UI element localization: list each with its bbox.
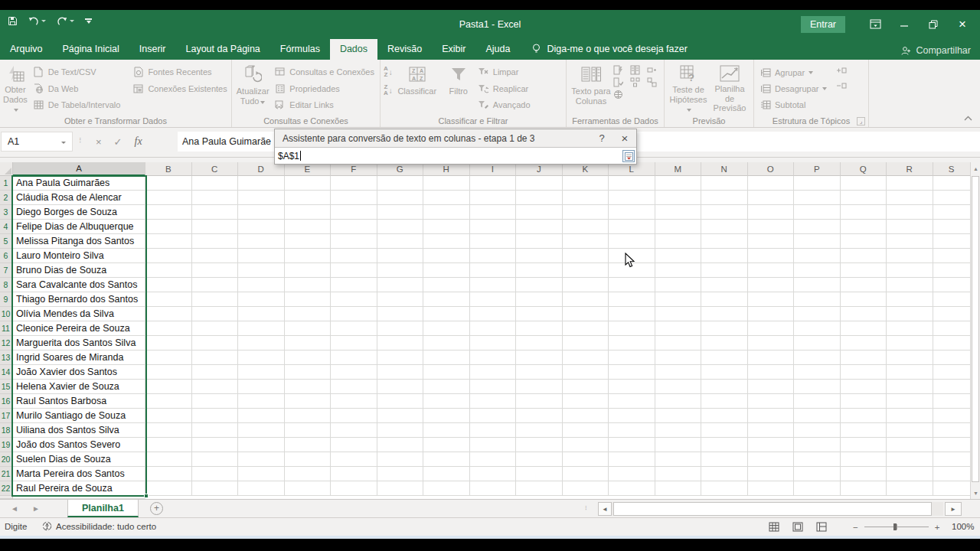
close-button[interactable]: × — [951, 15, 974, 34]
cell-R3[interactable] — [887, 205, 933, 220]
row-header-19[interactable]: 19 — [0, 438, 13, 452]
cell-R8[interactable] — [887, 278, 933, 292]
cell-B7[interactable] — [145, 263, 192, 278]
tell-me-box[interactable]: Diga-me o que você deseja fazer — [520, 39, 694, 60]
cell-S8[interactable] — [933, 278, 971, 292]
select-all-corner[interactable] — [0, 162, 13, 176]
cell-L13[interactable] — [609, 350, 655, 365]
cell-S15[interactable] — [933, 380, 971, 394]
cell-H16[interactable] — [423, 394, 470, 409]
tab-splitter-handle[interactable]: ⁝ — [585, 504, 588, 511]
cell-A19[interactable]: João dos Santos Severo — [13, 438, 145, 452]
cell-M21[interactable] — [655, 467, 702, 481]
cell-P1[interactable] — [794, 176, 841, 191]
row-header-12[interactable]: 12 — [0, 336, 13, 350]
range-selector-input[interactable]: $A$1 — [275, 147, 636, 164]
cell-J16[interactable] — [516, 394, 563, 409]
cell-N21[interactable] — [701, 467, 748, 481]
cell-D17[interactable] — [238, 409, 285, 423]
cell-E20[interactable] — [285, 452, 332, 467]
cell-P3[interactable] — [794, 205, 841, 220]
cell-B21[interactable] — [145, 467, 192, 481]
cell-F18[interactable] — [331, 423, 377, 438]
cell-N19[interactable] — [701, 438, 748, 452]
cell-O18[interactable] — [748, 423, 795, 438]
cell-C10[interactable] — [192, 307, 239, 321]
cell-O21[interactable] — [748, 467, 795, 481]
cell-O11[interactable] — [748, 321, 795, 336]
cell-M14[interactable] — [655, 365, 702, 380]
undo-button[interactable] — [28, 17, 46, 26]
cell-S7[interactable] — [933, 263, 971, 278]
cell-L3[interactable] — [609, 205, 655, 220]
cell-C2[interactable] — [192, 191, 239, 205]
cell-H22[interactable] — [423, 481, 470, 496]
cell-C15[interactable] — [192, 380, 239, 394]
cell-R14[interactable] — [887, 365, 933, 380]
cell-E1[interactable] — [285, 176, 332, 191]
cell-H15[interactable] — [423, 380, 470, 394]
cell-H13[interactable] — [423, 350, 470, 365]
cell-J19[interactable] — [516, 438, 563, 452]
cell-L7[interactable] — [609, 263, 655, 278]
cell-J3[interactable] — [516, 205, 563, 220]
cell-A1[interactable]: Ana Paula Guimarães — [13, 176, 145, 191]
cell-P8[interactable] — [794, 278, 841, 292]
cell-Q14[interactable] — [841, 365, 887, 380]
recent-sources-button[interactable]: Fontes Recentes — [130, 64, 229, 80]
cell-F5[interactable] — [331, 234, 377, 249]
cell-R18[interactable] — [887, 423, 933, 438]
cell-L9[interactable] — [609, 292, 655, 307]
cell-R20[interactable] — [887, 452, 933, 467]
cell-I10[interactable] — [470, 307, 517, 321]
cell-B11[interactable] — [145, 321, 192, 336]
cell-D10[interactable] — [238, 307, 285, 321]
cell-Q8[interactable] — [841, 278, 887, 292]
cell-G14[interactable] — [377, 365, 424, 380]
cell-J10[interactable] — [516, 307, 563, 321]
zoom-slider-thumb[interactable] — [893, 523, 897, 530]
cell-D19[interactable] — [238, 438, 285, 452]
accessibility-checker[interactable]: Acessibilidade: tudo certo — [42, 521, 156, 531]
row-header-20[interactable]: 20 — [0, 452, 13, 467]
insert-column-icon[interactable] — [646, 64, 658, 75]
cell-C8[interactable] — [192, 278, 239, 292]
tab-pagina-inicial[interactable]: Página Inicial — [52, 39, 129, 60]
cell-K15[interactable] — [563, 380, 609, 394]
tab-formulas[interactable]: Fórmulas — [270, 39, 330, 60]
cell-A17[interactable]: Murilo Santiago de Souza — [13, 409, 145, 423]
cell-M19[interactable] — [655, 438, 702, 452]
cell-B22[interactable] — [145, 481, 192, 496]
cell-G1[interactable] — [377, 176, 424, 191]
cell-G3[interactable] — [377, 205, 424, 220]
cell-N7[interactable] — [701, 263, 748, 278]
cell-D9[interactable] — [238, 292, 285, 307]
cell-M7[interactable] — [655, 263, 702, 278]
cell-J4[interactable] — [516, 220, 563, 234]
row-header-17[interactable]: 17 — [0, 409, 13, 423]
cell-J18[interactable] — [516, 423, 563, 438]
cell-E15[interactable] — [285, 380, 332, 394]
ribbon-display-options-icon[interactable] — [864, 15, 887, 34]
cell-M3[interactable] — [655, 205, 702, 220]
cell-M6[interactable] — [655, 249, 702, 263]
cell-E5[interactable] — [285, 234, 332, 249]
sort-button[interactable]: ZAAZ Classificar — [393, 63, 442, 113]
tab-ajuda[interactable]: Ajuda — [475, 39, 520, 60]
cell-B8[interactable] — [145, 278, 192, 292]
cell-R15[interactable] — [887, 380, 933, 394]
cell-R21[interactable] — [887, 467, 933, 481]
cell-J21[interactable] — [516, 467, 563, 481]
cell-C22[interactable] — [192, 481, 239, 496]
cell-Q12[interactable] — [841, 336, 887, 350]
vertical-scroll-thumb[interactable] — [972, 176, 979, 482]
row-header-16[interactable]: 16 — [0, 394, 13, 409]
cell-K14[interactable] — [563, 365, 609, 380]
previous-sheet-icon[interactable]: ◄ — [11, 504, 18, 513]
cell-K11[interactable] — [563, 321, 609, 336]
cell-M4[interactable] — [655, 220, 702, 234]
cell-O1[interactable] — [748, 176, 795, 191]
redo-button[interactable] — [57, 17, 74, 26]
cell-E18[interactable] — [285, 423, 332, 438]
scroll-up-icon[interactable]: ▲ — [971, 162, 980, 174]
